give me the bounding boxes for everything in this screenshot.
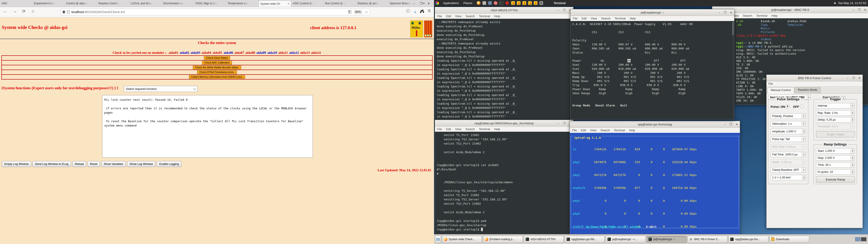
menu-help[interactable]: Help bbox=[629, 128, 635, 132]
taskbar-item-downloads[interactable]: Downloads bbox=[770, 236, 809, 243]
tab-close-icon[interactable]: × bbox=[287, 2, 289, 5]
ramp-time-spinbox[interactable]: Time: 30 s▲▼ bbox=[816, 162, 855, 167]
enable-logging-button[interactable]: Enable Logging bbox=[157, 161, 181, 167]
rep-rate-spinbox[interactable]: Rep. Rate: 2 Hz▲▼ bbox=[816, 110, 855, 116]
tab-discriminator[interactable]: Discriminator con bbox=[162, 0, 194, 7]
maximize-icon[interactable]: ❐ bbox=[729, 123, 732, 126]
maximize-icon[interactable]: ❐ bbox=[563, 122, 565, 125]
menu-file[interactable]: File bbox=[573, 17, 578, 20]
forward-icon[interactable]: → bbox=[13, 9, 17, 13]
reload-button[interactable]: Reload bbox=[72, 161, 86, 167]
menu-edit[interactable]: Edit bbox=[582, 17, 587, 20]
menu-terminal[interactable]: Terminal bbox=[614, 128, 625, 132]
minimize-icon[interactable]: – bbox=[847, 77, 848, 80]
menu-edit[interactable]: Edit bbox=[446, 127, 451, 131]
window-titlebar[interactable]: pi@raspberrypi: ~/BNC-PB-5 –❐✕ bbox=[712, 6, 868, 13]
page-info-icon[interactable] bbox=[67, 10, 70, 14]
taskbar-item-npg-midas[interactable]: >npg@aidas-gsi:/MI... bbox=[565, 236, 604, 243]
pulse-on-radio[interactable] bbox=[786, 105, 789, 108]
tab-asic-control[interactable]: ASIC Control @ a bbox=[291, 0, 323, 7]
places-menu[interactable]: Places bbox=[461, 1, 474, 5]
downloads-icon[interactable]: ↓ bbox=[414, 9, 416, 13]
ramp-stop-spinbox[interactable]: Stop: 2.000 V▲▼ bbox=[816, 155, 855, 161]
menu-help[interactable]: Help bbox=[772, 14, 778, 18]
module-link[interactable]: aida09 bbox=[256, 51, 266, 55]
window-titlebar[interactable]: BNC PB-5 Pulser Control –❐✕ bbox=[767, 75, 863, 81]
taskbar-item-pi-home[interactable]: >pi@raspberrypi: ~ bbox=[647, 236, 686, 243]
pulse-top-select[interactable]: Pulse top: Tail▼ bbox=[771, 136, 806, 142]
menu-view[interactable]: View bbox=[455, 127, 461, 131]
tab-fadc-align[interactable]: FADC Align & Con bbox=[194, 0, 226, 7]
focused-app-name[interactable]: Terminal bbox=[554, 1, 565, 5]
minimize-icon[interactable]: – bbox=[718, 11, 720, 14]
midas-app-icon[interactable] bbox=[522, 1, 526, 5]
taskbar-item-npg-home[interactable]: >npg@aidas-gsi:/ho... bbox=[728, 236, 768, 243]
attenuation-select[interactable]: Attenuation: 1 x▼ bbox=[771, 121, 806, 126]
show-variables-button[interactable]: Show Variables bbox=[101, 161, 126, 167]
menu-view[interactable]: View bbox=[455, 14, 461, 18]
tab-random-mode[interactable]: Random Mode bbox=[795, 87, 820, 93]
check-fpga-timestamp-button[interactable]: Check FPGA Timestamp errors. bbox=[197, 70, 237, 74]
screenshot-icon[interactable] bbox=[539, 1, 543, 5]
delay-spinbox[interactable]: Delay: 0.25 µs▲▼ bbox=[816, 117, 855, 122]
minimize-icon[interactable]: – bbox=[413, 2, 415, 5]
close-icon[interactable]: ✕ bbox=[428, 2, 430, 5]
menu-edit[interactable]: Edit bbox=[581, 128, 586, 132]
file-manager-icon[interactable] bbox=[483, 1, 486, 5]
workspace-2[interactable] bbox=[861, 237, 866, 241]
taskbar-item-firefox2[interactable]: [Problem loading p... bbox=[483, 236, 523, 243]
menu-file[interactable]: File bbox=[437, 14, 442, 18]
show-log-window-button[interactable]: Show Log Window bbox=[127, 161, 156, 167]
module-link[interactable]: aida14 bbox=[311, 51, 321, 55]
module-link[interactable]: aida10 bbox=[268, 51, 277, 55]
back-icon[interactable]: ← bbox=[3, 9, 7, 13]
tab-manual-control[interactable]: Manual Control bbox=[767, 87, 794, 94]
menu-terminal[interactable]: Terminal bbox=[756, 14, 767, 18]
menu-search[interactable]: Search bbox=[465, 127, 475, 131]
menu-hamburger-icon[interactable]: ☰ bbox=[428, 9, 431, 13]
minimize-icon[interactable]: – bbox=[724, 123, 725, 126]
scrollbar[interactable] bbox=[732, 21, 734, 119]
help-lifering-icon[interactable] bbox=[494, 1, 498, 5]
menu-help[interactable]: Help bbox=[494, 14, 500, 18]
menu-file[interactable]: File bbox=[437, 127, 442, 131]
midas-app-icon[interactable] bbox=[528, 1, 532, 5]
close-icon[interactable]: ✕ bbox=[736, 123, 738, 126]
window-titlebar[interactable]: npg@aidas-gsi:/home/npg –❐✕ bbox=[570, 121, 740, 128]
module-link[interactable]: aida13 bbox=[300, 51, 310, 55]
menu-view[interactable]: View bbox=[591, 17, 597, 20]
tab-experiment-control[interactable]: Experiment Contr bbox=[32, 0, 65, 7]
fall-time-select[interactable]: Fall Time: 1000.0 µs▼ bbox=[771, 152, 806, 157]
pocket-icon[interactable] bbox=[406, 9, 410, 13]
polarity-select[interactable]: Polarity: Positive▼ bbox=[771, 114, 806, 119]
maximize-icon[interactable]: ❐ bbox=[723, 11, 726, 14]
tab-statistics[interactable]: Statistics @ aidas bbox=[356, 0, 388, 7]
close-icon[interactable]: ✕ bbox=[730, 11, 733, 14]
reset-button[interactable]: Reset bbox=[88, 161, 100, 167]
execute-ramp-button[interactable]: Execute Ramp bbox=[816, 176, 855, 183]
reader-mode-icon[interactable] bbox=[348, 10, 351, 14]
show-desktop-button[interactable] bbox=[435, 236, 441, 243]
menu-edit[interactable]: Edit bbox=[446, 14, 451, 18]
send-log-to-elog-button[interactable]: Send Log Window to ELog bbox=[33, 161, 71, 167]
module-link[interactable]: aida02 bbox=[180, 51, 189, 55]
maximize-icon[interactable]: ❐ bbox=[852, 77, 855, 80]
tab-readout-control[interactable]: Readout Control ( bbox=[97, 0, 129, 7]
ramp-start-spinbox[interactable]: Start: 1.000 V▲▼ bbox=[816, 148, 855, 154]
log-textarea[interactable]: PLL lock counter test result: Passed 14,… bbox=[102, 95, 313, 158]
check-adc-calibration-button[interactable]: Check ADC Calibration bbox=[202, 61, 232, 65]
ramp-ncycles-spinbox[interactable]: N cycles: 10▲▼ bbox=[816, 169, 855, 175]
home-icon[interactable]: ⌂ bbox=[32, 9, 34, 13]
taskbar-item-aida-httpd[interactable]: >AIDA MIDAS HTTPd bbox=[524, 236, 564, 243]
minimize-icon[interactable]: – bbox=[852, 8, 854, 11]
taskbar-item-firefox[interactable]: System wide Check... bbox=[442, 236, 482, 243]
trigger-source-select[interactable]: Internal▼ bbox=[816, 103, 855, 109]
applications-menu[interactable]: Applications bbox=[441, 1, 461, 5]
kev-scale-spinbox[interactable]: 1 V = 1.00 keV▲▼ bbox=[771, 175, 806, 180]
url-bar[interactable]: localhost:8015/AIDA/Check/Check.tml 90% … bbox=[61, 8, 370, 16]
menu-help[interactable]: Help bbox=[630, 17, 636, 20]
tab-control[interactable]: Control @ aidas-g bbox=[65, 0, 97, 7]
window-titlebar[interactable]: pi@raspberrypi: ~ –❐✕ bbox=[570, 9, 734, 16]
firefox-icon[interactable] bbox=[477, 1, 480, 5]
minimize-icon[interactable]: – bbox=[557, 8, 559, 12]
